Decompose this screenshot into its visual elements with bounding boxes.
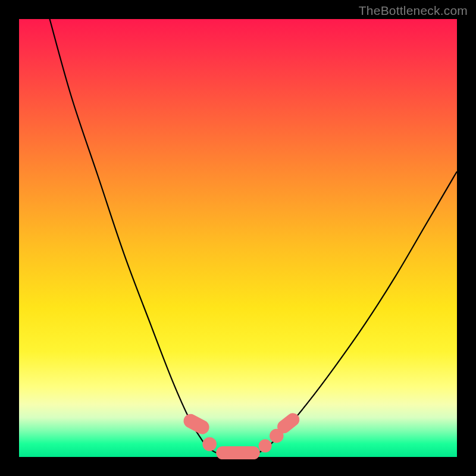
marker-dot — [259, 439, 272, 452]
curve-left-path — [50, 19, 221, 455]
curve-right — [255, 171, 457, 455]
curve-left — [50, 19, 221, 455]
marker-pill — [216, 446, 260, 459]
marker-pill — [181, 412, 211, 437]
chart-frame: TheBottleneck.com — [0, 0, 476, 476]
plot-area — [19, 19, 457, 457]
marker-dot — [202, 437, 217, 452]
watermark-text: TheBottleneck.com — [359, 4, 468, 18]
chart-svg — [19, 19, 457, 457]
curve-right-path — [255, 171, 457, 455]
